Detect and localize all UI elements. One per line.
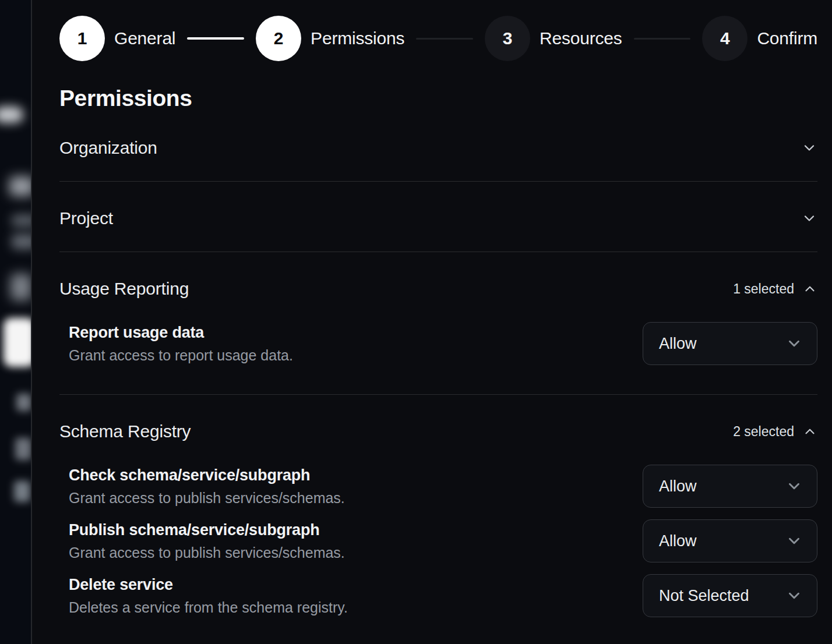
chevron-up-icon (802, 424, 817, 439)
permission-select-publish-schema[interactable]: Allow (643, 519, 817, 562)
step-number-badge: 4 (702, 16, 748, 61)
section-usage-reporting: Usage Reporting 1 selected Report usage … (59, 252, 817, 395)
step-permissions[interactable]: 2 Permissions (256, 16, 404, 61)
section-header-organization[interactable]: Organization (59, 111, 817, 158)
blurred-sidebar-content (10, 274, 31, 300)
permission-row: Publish schema/service/subgraph Grant ac… (69, 519, 817, 562)
permission-description: Grant access to publish services/schemas… (69, 490, 345, 507)
permission-select-delete-service[interactable]: Not Selected (643, 574, 817, 617)
chevron-down-icon (801, 140, 817, 156)
select-value: Allow (659, 477, 697, 496)
section-title: Schema Registry (59, 422, 191, 441)
section-header-schema-registry[interactable]: Schema Registry 2 selected (59, 395, 817, 441)
permission-select-check-schema[interactable]: Allow (643, 465, 817, 508)
permission-title: Check schema/service/subgraph (69, 466, 345, 484)
step-label: Permissions (311, 29, 404, 48)
blurred-sidebar-content (9, 176, 32, 196)
permission-description: Grant access to report usage data. (69, 347, 293, 364)
background-sidebar (0, 0, 32, 644)
step-label: General (114, 29, 175, 48)
step-general[interactable]: 1 General (59, 16, 175, 61)
step-connector (634, 38, 691, 40)
step-number-badge: 2 (256, 16, 301, 61)
permission-description: Deletes a service from the schema regist… (69, 599, 348, 616)
permission-list: Check schema/service/subgraph Grant acce… (59, 465, 817, 617)
chevron-down-icon (785, 587, 803, 604)
selected-count: 1 selected (733, 281, 794, 297)
section-header-usage-reporting[interactable]: Usage Reporting 1 selected (59, 252, 817, 299)
select-value: Not Selected (659, 587, 749, 605)
section-title: Project (59, 208, 113, 228)
blurred-sidebar-content (12, 214, 32, 227)
section-header-project[interactable]: Project (59, 182, 817, 228)
step-label: Confirm (757, 29, 817, 48)
section-project: Project (59, 182, 817, 252)
permission-row: Check schema/service/subgraph Grant acce… (69, 465, 817, 508)
permission-title: Publish schema/service/subgraph (69, 521, 345, 539)
selected-count: 2 selected (733, 424, 794, 440)
blurred-sidebar-content (0, 107, 23, 123)
select-value: Allow (659, 532, 697, 550)
section-title: Usage Reporting (59, 279, 189, 299)
blurred-sidebar-content (14, 481, 30, 502)
section-title: Organization (59, 138, 157, 158)
permission-title: Report usage data (69, 324, 293, 342)
step-number-badge: 1 (59, 16, 105, 61)
blurred-sidebar-content (16, 394, 31, 411)
permission-list: Report usage data Grant access to report… (59, 322, 817, 365)
section-schema-registry: Schema Registry 2 selected Check schema/… (59, 395, 817, 617)
blurred-sidebar-content (3, 318, 32, 367)
chevron-down-icon (785, 335, 803, 352)
select-value: Allow (659, 335, 697, 353)
section-organization: Organization (59, 111, 817, 182)
page-title: Permissions (59, 86, 817, 111)
step-resources[interactable]: 3 Resources (485, 16, 622, 61)
step-confirm[interactable]: 4 Confirm (702, 16, 817, 61)
wizard-panel: 1 General 2 Permissions 3 Resources 4 Co… (33, 0, 832, 644)
step-number-badge: 3 (485, 16, 530, 61)
permission-select-report-usage-data[interactable]: Allow (643, 322, 817, 365)
step-label: Resources (540, 29, 622, 48)
chevron-down-icon (785, 532, 803, 550)
blurred-sidebar-content (15, 438, 31, 460)
wizard-stepper: 1 General 2 Permissions 3 Resources 4 Co… (59, 16, 817, 61)
chevron-down-icon (785, 477, 803, 495)
permission-row: Report usage data Grant access to report… (69, 322, 817, 365)
blurred-sidebar-content (12, 234, 32, 249)
chevron-up-icon (802, 281, 817, 296)
step-connector (416, 38, 473, 40)
permission-description: Grant access to publish services/schemas… (69, 544, 345, 561)
permission-title: Delete service (69, 576, 348, 594)
permission-row: Delete service Deletes a service from th… (69, 574, 817, 617)
step-connector (187, 37, 244, 40)
chevron-down-icon (801, 210, 817, 227)
